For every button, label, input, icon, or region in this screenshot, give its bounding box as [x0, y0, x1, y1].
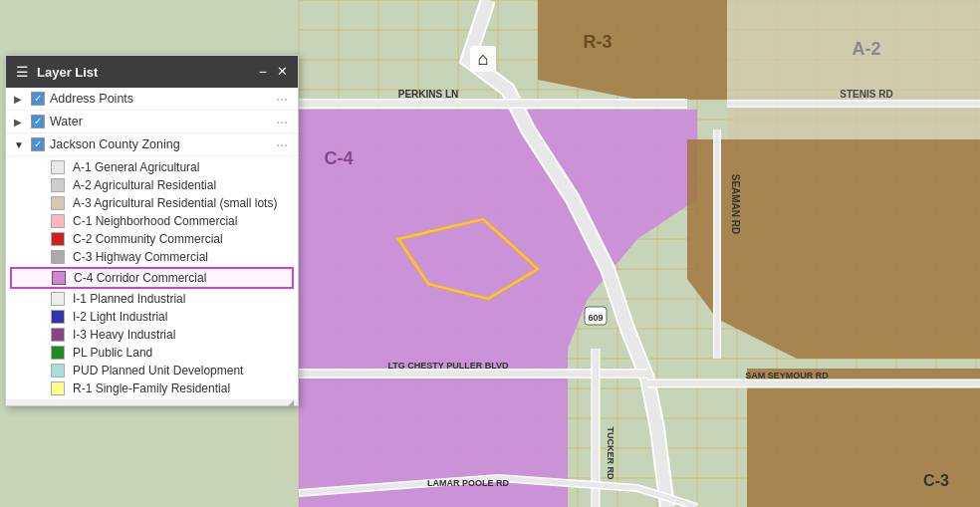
- legend-item-r1: R-1 Single-Family Residential: [6, 380, 298, 397]
- label-c1: C-1 Neighborhood Commercial: [73, 214, 237, 228]
- swatch-i1: [51, 292, 65, 306]
- swatch-c2: [51, 232, 65, 246]
- svg-marker-37: [538, 0, 727, 100]
- legend-item-c4: C-4 Corridor Commercial: [10, 267, 294, 289]
- layer-row-water[interactable]: ▶ Water ···: [6, 111, 298, 133]
- swatch-c1: [51, 214, 65, 228]
- swatch-a2: [51, 178, 65, 192]
- legend-item-c1: C-1 Neighborhood Commercial: [6, 212, 298, 230]
- label-i2: I-2 Light Industrial: [73, 310, 167, 324]
- resize-icon: ◢: [288, 398, 296, 406]
- svg-text:C-3: C-3: [923, 472, 949, 489]
- swatch-a1: [51, 160, 65, 174]
- swatch-pud: [51, 364, 65, 378]
- layer-panel-header: ☰ Layer List − ✕: [6, 56, 298, 88]
- layer-options-water[interactable]: ···: [274, 114, 290, 129]
- layer-panel: ☰ Layer List − ✕ ▶ Address Points ··· ▶ …: [5, 55, 299, 406]
- panel-resize-handle[interactable]: ◢: [6, 399, 298, 405]
- label-c4: C-4 Corridor Commercial: [74, 271, 206, 285]
- legend-item-pud: PUD Planned Unit Development: [6, 362, 298, 380]
- checkbox-water[interactable]: [31, 115, 45, 128]
- layer-label-address: Address Points: [50, 92, 269, 106]
- checkbox-address-points[interactable]: [31, 92, 45, 106]
- label-r1: R-1 Single-Family Residential: [73, 381, 230, 395]
- label-a3: A-3 Agricultural Residential (small lots…: [73, 196, 277, 210]
- swatch-a3: [51, 196, 65, 210]
- legend-item-i2: I-2 Light Industrial: [6, 308, 298, 326]
- label-c2: C-2 Community Commercial: [73, 232, 223, 246]
- svg-text:C-4: C-4: [324, 148, 353, 168]
- expand-arrow-water[interactable]: ▶: [14, 117, 26, 127]
- minimize-button[interactable]: −: [259, 64, 267, 80]
- expand-arrow-address[interactable]: ▶: [14, 94, 26, 105]
- svg-rect-40: [727, 0, 980, 139]
- legend-section: A-1 General Agricultural A-2 Agricultura…: [6, 156, 298, 399]
- layer-row-address-points[interactable]: ▶ Address Points ···: [6, 88, 298, 111]
- swatch-c3: [51, 250, 65, 264]
- layer-options-address[interactable]: ···: [274, 91, 290, 107]
- label-pud: PUD Planned Unit Development: [73, 364, 243, 378]
- legend-item-c3: C-3 Highway Commercial: [6, 248, 298, 266]
- legend-item-a3: A-3 Agricultural Residential (small lots…: [6, 194, 298, 212]
- expand-arrow-zoning[interactable]: ▼: [14, 139, 26, 150]
- legend-item-i1: I-1 Planned Industrial: [6, 290, 298, 308]
- svg-text:LTG CHESTY PULLER  BLVD: LTG CHESTY PULLER BLVD: [387, 361, 509, 371]
- legend-item-c2: C-2 Community Commercial: [6, 230, 298, 248]
- svg-text:TUCKER RD: TUCKER RD: [606, 427, 615, 480]
- legend-item-i3: I-3 Heavy Industrial: [6, 326, 298, 344]
- svg-text:STENIS RD: STENIS RD: [840, 89, 892, 100]
- legend-item-a2: A-2 Agricultural Residential: [6, 176, 298, 194]
- svg-text:A-2: A-2: [852, 39, 880, 59]
- svg-text:LAMAR POOLE RD: LAMAR POOLE RD: [427, 478, 509, 488]
- close-button[interactable]: ✕: [277, 64, 288, 80]
- checkbox-zoning[interactable]: [31, 137, 45, 151]
- label-i3: I-3 Heavy Industrial: [73, 328, 175, 342]
- legend-item-a1: A-1 General Agricultural: [6, 158, 298, 176]
- panel-title: Layer List: [37, 65, 98, 80]
- label-a1: A-1 General Agricultural: [73, 160, 199, 174]
- svg-text:R-3: R-3: [583, 32, 612, 52]
- layer-label-zoning: Jackson County Zoning: [50, 137, 269, 151]
- layer-row-zoning[interactable]: ▼ Jackson County Zoning ···: [6, 133, 298, 156]
- svg-text:PERKINS LN: PERKINS LN: [398, 89, 459, 100]
- layer-options-zoning[interactable]: ···: [274, 136, 290, 152]
- label-c3: C-3 Highway Commercial: [73, 250, 208, 264]
- swatch-i3: [51, 328, 65, 342]
- legend-item-pl: PL Public Land: [6, 344, 298, 362]
- swatch-r1: [51, 381, 65, 395]
- label-i1: I-1 Planned Industrial: [73, 292, 185, 306]
- swatch-c4: [52, 271, 66, 285]
- svg-text:SEAMAN RD: SEAMAN RD: [730, 174, 741, 235]
- svg-text:609: 609: [588, 313, 603, 323]
- layers-icon: ☰: [16, 64, 29, 80]
- label-pl: PL Public Land: [73, 346, 152, 360]
- swatch-i2: [51, 310, 65, 324]
- svg-marker-38: [687, 139, 980, 359]
- svg-text:⌂: ⌂: [478, 49, 489, 69]
- svg-text:SAM SEYMOUR RD: SAM SEYMOUR RD: [745, 371, 829, 380]
- layer-label-water: Water: [50, 115, 269, 128]
- swatch-pl: [51, 346, 65, 360]
- label-a2: A-2 Agricultural Residential: [73, 178, 216, 192]
